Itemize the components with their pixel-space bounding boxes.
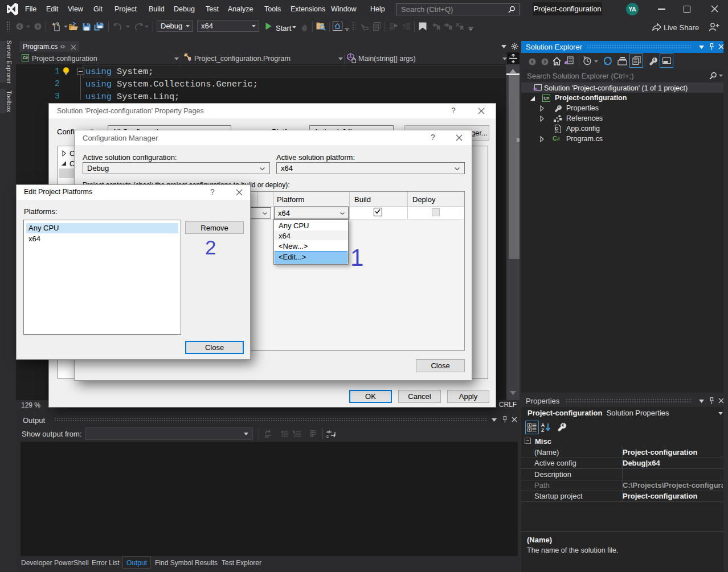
svg-text:?: ? <box>402 24 406 30</box>
svg-text:c: c <box>326 434 329 438</box>
svg-text:Z: Z <box>541 427 544 433</box>
